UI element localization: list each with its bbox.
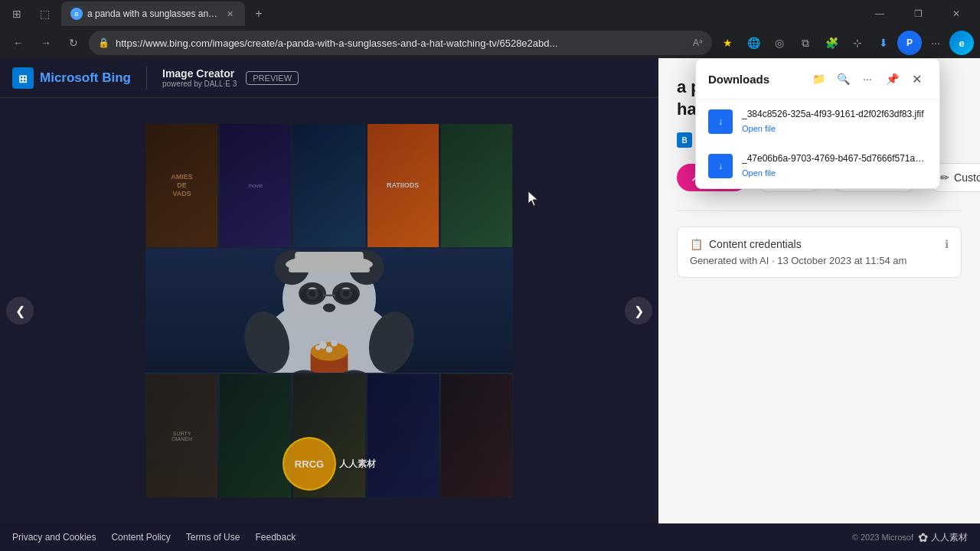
edge-logo: e: [949, 31, 974, 55]
downloads-more-button[interactable]: ···: [857, 68, 878, 90]
image-creator-title: Image Creator: [162, 67, 237, 80]
credentials-info-button[interactable]: ℹ: [945, 238, 949, 250]
download-item-2: ↓ _47e06b6a-9703-4769-b467-5d7666f571a3.…: [696, 144, 939, 188]
minimize-button[interactable]: —: [862, 2, 897, 26]
svg-point-26: [315, 345, 321, 350]
secure-icon: 🔒: [98, 37, 109, 48]
restore-button[interactable]: ❐: [900, 2, 936, 26]
downloads-search-button[interactable]: 🔍: [832, 68, 854, 90]
footer-watermark: © 2023 Microsof: [852, 533, 913, 542]
bing-text: Microsoft Bing: [40, 70, 131, 86]
prev-image-button[interactable]: ❮: [6, 297, 34, 324]
downloads-title: Downloads: [708, 73, 769, 86]
tab-bar: ⊞ ⬚ B a panda with a sunglasses and a ✕ …: [6, 2, 862, 26]
snowflake-icon: ✿: [918, 530, 928, 545]
back-button[interactable]: ←: [6, 31, 31, 55]
extensions-button[interactable]: 🧩: [819, 31, 844, 55]
add-favorites-button[interactable]: ⊹: [845, 31, 870, 55]
svg-point-12: [323, 303, 335, 311]
brand-text: 人人素材: [931, 531, 968, 544]
svg-point-25: [326, 346, 332, 352]
customize-icon: ✏: [940, 171, 949, 184]
svg-rect-16: [301, 289, 323, 302]
header-divider: [146, 67, 147, 90]
credentials-icon: 📋: [690, 238, 703, 250]
download-item-1-icon: ↓: [708, 109, 733, 134]
read-aloud-icon[interactable]: Aᵃ: [693, 37, 703, 48]
tab-group-icon[interactable]: ⊞: [6, 3, 28, 24]
url-text: https://www.bing.com/images/create/a-pan…: [116, 37, 687, 49]
footer: Privacy and Cookies Content Policy Terms…: [0, 523, 980, 551]
globe-button[interactable]: 🌐: [741, 31, 766, 55]
next-image-button[interactable]: ❯: [625, 297, 652, 324]
bing-logo-icon: ⊞: [12, 67, 34, 89]
tab-actions-button[interactable]: ⧉: [793, 31, 818, 55]
url-bar[interactable]: 🔒 https://www.bing.com/images/create/a-p…: [89, 31, 712, 55]
forward-button[interactable]: →: [34, 31, 58, 55]
more-button[interactable]: ···: [923, 31, 948, 55]
downloads-button[interactable]: ⬇: [871, 31, 896, 55]
active-tab[interactable]: B a panda with a sunglasses and a ✕: [61, 2, 245, 26]
preview-badge: PREVIEW: [246, 71, 299, 85]
downloads-actions: 📁 🔍 ··· 📌 ✕: [808, 68, 927, 90]
window-controls: — ❐ ✕: [862, 2, 974, 26]
favorites-button[interactable]: ★: [715, 31, 740, 55]
image-creator-subtitle: powered by DALL·E 3: [162, 80, 237, 88]
refresh-button[interactable]: ↻: [61, 31, 86, 55]
credentials-title-text: Content credentials: [709, 238, 802, 250]
credentials-section: 📋 Content credentials ℹ Generated with A…: [677, 227, 962, 278]
toolbar-actions: ★ 🌐 ◎ ⧉ 🧩 ⊹ ⬇ P ··· e: [715, 31, 974, 55]
credentials-body: Generated with AI · 13 October 2023 at 1…: [690, 255, 949, 266]
downloads-close-button[interactable]: ✕: [906, 68, 927, 90]
svg-rect-15: [289, 267, 370, 272]
tab-close-button[interactable]: ✕: [224, 8, 236, 20]
downloads-header: Downloads 📁 🔍 ··· 📌 ✕: [696, 59, 939, 99]
image-area: ❮ AMIESDEVADS movie RATIIODS: [0, 98, 658, 523]
download-item-2-icon: ↓: [708, 154, 733, 178]
watermark-overlay: RRCG 人人素材: [283, 437, 376, 491]
download-item-2-filename: _47e06b6a-9703-4769-b467-5d7666f571a3.jf…: [742, 153, 927, 164]
downloads-folder-button[interactable]: 📁: [808, 68, 829, 90]
panda-image[interactable]: AMIESDEVADS movie RATIIODS: [145, 123, 513, 498]
privacy-link[interactable]: Privacy and Cookies: [12, 532, 96, 543]
terms-link[interactable]: Terms of Use: [186, 532, 240, 543]
image-creator-badge: Image Creator powered by DALL·E 3: [162, 67, 237, 88]
panda-svg: [145, 249, 513, 373]
close-button[interactable]: ✕: [939, 2, 974, 26]
download-item-1-info: _384c8526-325a-4f93-9161-d2f02f63df83.jf…: [742, 109, 927, 135]
downloads-pin-button[interactable]: 📌: [881, 68, 903, 90]
new-tab-icon[interactable]: ⬚: [34, 3, 55, 24]
profile-button[interactable]: P: [897, 31, 922, 55]
download-item-1-open[interactable]: Open file: [742, 124, 776, 133]
content-policy-link[interactable]: Content Policy: [111, 532, 170, 543]
image-viewer: ⊞ Microsoft Bing Image Creator powered b…: [0, 58, 658, 523]
download-item-1-filename: _384c8526-325a-4f93-9161-d2f02f63df83.jf…: [742, 109, 927, 119]
download-item-2-info: _47e06b6a-9703-4769-b467-5d7666f571a3.jf…: [742, 153, 927, 179]
viewer-header: ⊞ Microsoft Bing Image Creator powered b…: [0, 58, 658, 98]
customize-label: Customize: [954, 171, 980, 184]
svg-point-24: [331, 340, 337, 346]
bing-logo: ⊞ Microsoft Bing: [12, 67, 131, 89]
address-bar: ← → ↻ 🔒 https://www.bing.com/images/crea…: [0, 28, 980, 58]
downloads-panel: Downloads 📁 🔍 ··· 📌 ✕ ↓ _384c8526-325a-4…: [695, 58, 940, 189]
collections-button[interactable]: ◎: [767, 31, 792, 55]
feedback-link[interactable]: Feedback: [255, 532, 296, 543]
svg-rect-17: [335, 289, 358, 302]
footer-brand: ✿ 人人素材: [918, 530, 968, 545]
svg-text:⊞: ⊞: [18, 73, 28, 85]
credentials-title-container: 📋 Content credentials: [690, 238, 802, 250]
bing-meta-icon: B: [677, 132, 692, 148]
title-bar: ⊞ ⬚ B a panda with a sunglasses and a ✕ …: [0, 0, 980, 28]
footer-logo: © 2023 Microsof ✿ 人人素材: [852, 530, 968, 545]
download-item-2-open[interactable]: Open file: [742, 168, 776, 178]
svg-text:B: B: [681, 136, 687, 145]
new-tab-button[interactable]: +: [248, 3, 270, 24]
tab-title: a panda with a sunglasses and a: [87, 8, 219, 19]
tab-favicon: B: [70, 8, 83, 20]
browser-chrome: ⊞ ⬚ B a panda with a sunglasses and a ✕ …: [0, 0, 980, 58]
download-item-1: ↓ _384c8526-325a-4f93-9161-d2f02f63df83.…: [696, 99, 939, 144]
credentials-header: 📋 Content credentials ℹ: [690, 238, 949, 250]
